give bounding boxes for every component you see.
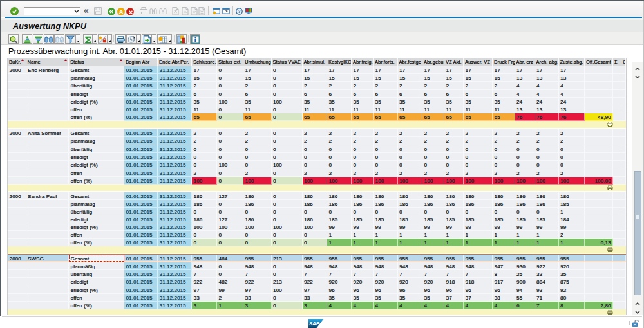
- svg-text:SAP: SAP: [309, 321, 320, 327]
- svg-text:?: ?: [238, 8, 240, 13]
